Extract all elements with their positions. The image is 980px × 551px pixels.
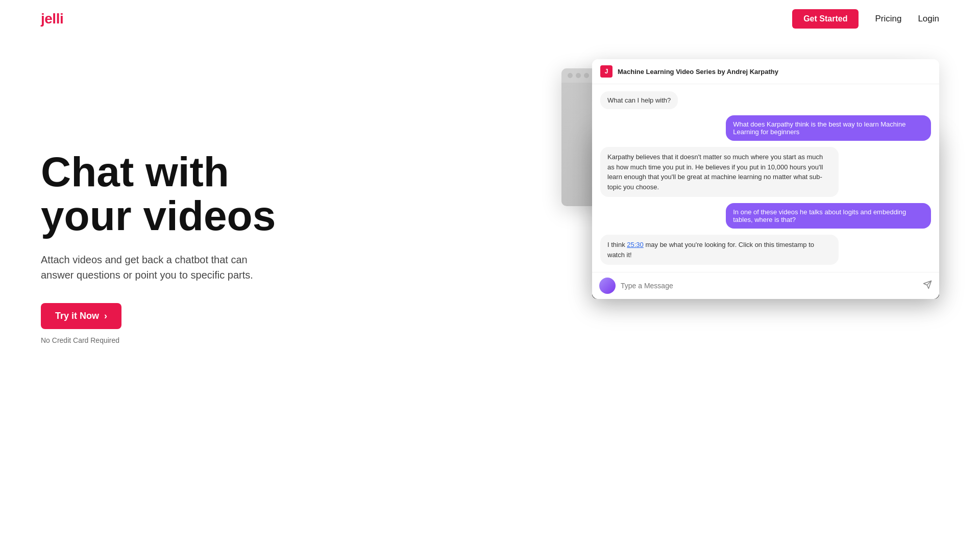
hero-demo: A New Era for machine learning beginners… — [296, 68, 939, 299]
bot-reply-2: I think 25:30 may be what you're looking… — [600, 235, 839, 265]
login-link[interactable]: Login — [918, 14, 939, 24]
get-started-button[interactable]: Get Started — [792, 9, 859, 29]
logo: jelli — [41, 11, 63, 27]
hero-text: Chat with your videos Attach videos and … — [41, 68, 276, 344]
chat-input-row — [592, 272, 939, 299]
bot-reply-1: Karpathy believes that it doesn't matter… — [600, 147, 839, 197]
browser-dot-1 — [568, 73, 573, 78]
send-button[interactable] — [923, 280, 932, 291]
no-credit-card-label: No Credit Card Required — [41, 336, 276, 344]
user-msg-1: What does Karpathy think is the best way… — [726, 115, 931, 141]
hero-subtitle: Attach videos and get back a chatbot tha… — [41, 252, 265, 283]
chat-panel: J Machine Learning Video Series by Andre… — [592, 59, 939, 299]
main-video-container: gpt-dev.ipynb 12345678910111213141516171… — [592, 104, 939, 299]
hero-title: Chat with your videos — [41, 150, 276, 238]
browser-dot-3 — [584, 73, 589, 78]
browser-dot-2 — [576, 73, 581, 78]
bot-reply-2-prefix: I think — [607, 241, 627, 248]
navbar: jelli Get Started Pricing Login — [0, 0, 980, 38]
bot-prompt-bubble: What can I help with? — [600, 91, 678, 109]
timestamp-link[interactable]: 25:30 — [627, 241, 644, 248]
chat-header: J Machine Learning Video Series by Andre… — [592, 59, 939, 84]
hero-section: Chat with your videos Attach videos and … — [0, 38, 980, 522]
user-msg-2: In one of these videos he talks about lo… — [726, 203, 931, 229]
nav-right: Get Started Pricing Login — [792, 9, 939, 29]
chat-icon: J — [600, 65, 612, 78]
send-icon — [923, 280, 932, 289]
chat-messages: What can I help with? What does Karpathy… — [592, 84, 939, 272]
pricing-link[interactable]: Pricing — [875, 14, 901, 24]
chat-input[interactable] — [621, 282, 918, 290]
try-now-button[interactable]: Try it Now › — [41, 303, 121, 329]
user-avatar — [599, 278, 616, 294]
chat-video-title: Machine Learning Video Series by Andrej … — [618, 68, 778, 76]
arrow-icon: › — [104, 311, 107, 321]
